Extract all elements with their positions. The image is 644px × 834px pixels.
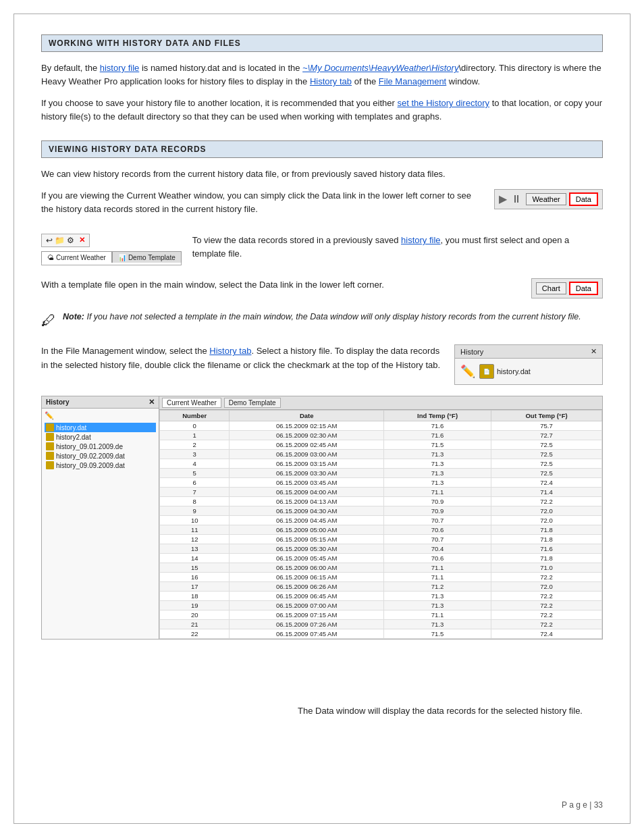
table-row[interactable]: 406.15.2009 03:15 AM71.372.5 — [160, 459, 602, 469]
file-management-link[interactable]: File Management — [379, 76, 446, 86]
chart-button[interactable]: Chart — [536, 282, 566, 294]
table-cell: 71.3 — [384, 620, 491, 629]
file-item[interactable]: history.dat — [45, 423, 156, 432]
table-cell: 8 — [160, 497, 230, 506]
table-cell: 06.15.2009 02:15 AM — [230, 421, 384, 431]
table-row[interactable]: 306.15.2009 03:00 AM71.372.5 — [160, 450, 602, 459]
table-row[interactable]: 106.15.2009 02:30 AM71.672.7 — [160, 431, 602, 440]
demo-template-tab[interactable]: 📊 Demo Template — [112, 251, 182, 263]
with-template-text: With a template file open in the main wi… — [41, 278, 520, 300]
file-item[interactable]: history_09.02.2009.dat — [45, 451, 156, 461]
table-cell: 2 — [160, 440, 230, 450]
data-button[interactable]: Data — [569, 192, 598, 206]
current-weather-tab[interactable]: 🌤 Current Weather — [41, 251, 112, 263]
table-row[interactable]: 606.15.2009 03:45 AM71.372.4 — [160, 478, 602, 488]
edit-icon: ✏️ — [460, 364, 475, 379]
table-cell: 06.15.2009 07:26 AM — [230, 620, 384, 629]
file-icon — [46, 461, 54, 469]
data-table-tabs: Current Weather Demo Template — [159, 396, 602, 410]
table-row[interactable]: 1006.15.2009 04:45 AM70.772.0 — [160, 516, 602, 525]
table-cell: 72.5 — [491, 469, 602, 478]
section-working-with-history: WORKING WITH HISTORY DATA AND FILES By d… — [41, 34, 603, 124]
table-cell: 71.2 — [384, 582, 491, 592]
table-row[interactable]: 1206.15.2009 05:15 AM70.771.8 — [160, 535, 602, 544]
file-item[interactable]: history2.dat — [45, 432, 156, 442]
file-icon — [46, 442, 54, 450]
table-cell: 72.2 — [491, 601, 602, 610]
table-row[interactable]: 1306.15.2009 05:30 AM70.471.6 — [160, 544, 602, 554]
table-cell: 70.7 — [384, 535, 491, 544]
table-cell: 72.2 — [491, 573, 602, 582]
data-tab-current-weather[interactable]: Current Weather — [162, 398, 221, 408]
section1-header: WORKING WITH HISTORY DATA AND FILES — [41, 34, 603, 52]
table-cell: 71.5 — [384, 440, 491, 450]
table-cell: 71.6 — [384, 431, 491, 440]
table-row[interactable]: 1806.15.2009 06:45 AM71.372.2 — [160, 592, 602, 601]
table-row[interactable]: 2106.15.2009 07:26 AM71.372.2 — [160, 620, 602, 629]
history-file-link2[interactable]: history file — [401, 235, 441, 245]
table-row[interactable]: 806.15.2009 04:13 AM70.972.2 — [160, 497, 602, 506]
history-file-link1[interactable]: history file — [100, 63, 140, 73]
table-cell: 71.1 — [384, 573, 491, 582]
table-row[interactable]: 1606.15.2009 06:15 AM71.172.2 — [160, 573, 602, 582]
file-item[interactable]: history_09.09.2009.dat — [45, 461, 156, 470]
close-btn[interactable]: ✕ — [79, 236, 85, 244]
table-row[interactable]: 506.15.2009 03:30 AM71.372.5 — [160, 469, 602, 478]
table-row[interactable]: 1106.15.2009 05:00 AM70.671.8 — [160, 525, 602, 535]
table-cell: 71.3 — [384, 469, 491, 478]
data-screenshot: History ✕ ✏️ history.dathistory2.dathist… — [41, 396, 603, 640]
table-cell: 72.2 — [491, 497, 602, 506]
table-cell: 72.0 — [491, 516, 602, 525]
note-icon: 🖊 — [41, 312, 56, 330]
table-cell: 11 — [160, 525, 230, 535]
table-cell: 06.15.2009 02:45 AM — [230, 440, 384, 450]
table-cell: 71.3 — [384, 601, 491, 610]
template-bar: ↩ 📁 ⚙ ✕ — [41, 234, 90, 247]
table-cell: 06.15.2009 05:00 AM — [230, 525, 384, 535]
table-row[interactable]: 906.15.2009 04:30 AM70.972.0 — [160, 506, 602, 516]
history-file-entry: 📄 history.dat — [479, 364, 531, 379]
table-row[interactable]: 1506.15.2009 06:00 AM71.171.0 — [160, 563, 602, 573]
table-row[interactable]: 2206.15.2009 07:45 AM71.572.4 — [160, 629, 602, 639]
table-cell: 70.6 — [384, 525, 491, 535]
table-cell: 06.15.2009 03:00 AM — [230, 450, 384, 459]
back-icon: ↩ — [46, 236, 53, 245]
bottom-content: The Data window will display the data re… — [41, 650, 603, 726]
template-bar-widget: ↩ 📁 ⚙ ✕ 🌤 Current Weather 📊 — [41, 234, 182, 265]
section1-para1: By default, the history file is named hi… — [41, 61, 603, 88]
file-item[interactable]: history_09.01.2009.de — [45, 442, 156, 451]
set-history-directory-link[interactable]: set the History directory — [398, 98, 490, 108]
table-header: Date — [230, 411, 384, 421]
pencil-icon: ✏️ — [45, 411, 54, 420]
history-tab-link2[interactable]: History tab — [209, 346, 251, 356]
table-cell: 72.5 — [491, 450, 602, 459]
history-manager-block: In the File Management window, select th… — [41, 344, 603, 385]
weather-button[interactable]: Weather — [526, 193, 566, 205]
template-open-text: To view the data records stored in a pre… — [192, 234, 603, 269]
table-cell: 71.1 — [384, 610, 491, 620]
table-row[interactable]: 1906.15.2009 07:00 AM71.372.2 — [160, 601, 602, 610]
table-row[interactable]: 206.15.2009 02:45 AM71.572.5 — [160, 440, 602, 450]
settings-icon: ⚙ — [67, 236, 74, 245]
table-cell: 21 — [160, 620, 230, 629]
history-tab-link[interactable]: History tab — [310, 76, 352, 86]
table-cell: 72.5 — [491, 459, 602, 469]
table-cell: 06.15.2009 07:00 AM — [230, 601, 384, 610]
history-close-btn[interactable]: ✕ — [591, 347, 597, 356]
table-row[interactable]: 1406.15.2009 05:45 AM70.671.8 — [160, 554, 602, 563]
table-row[interactable]: 006.15.2009 02:15 AM71.675.7 — [160, 421, 602, 431]
data-tab-demo-template[interactable]: Demo Template — [224, 398, 281, 408]
table-cell: 71.8 — [491, 554, 602, 563]
section-viewing-history: VIEWING HISTORY DATA RECORDS We can view… — [41, 140, 603, 727]
table-row[interactable]: 1706.15.2009 06:26 AM71.272.0 — [160, 582, 602, 592]
table-cell: 72.4 — [491, 478, 602, 488]
table-row[interactable]: 706.15.2009 04:00 AM71.171.4 — [160, 488, 602, 497]
data-button2[interactable]: Data — [569, 282, 598, 295]
table-cell: 71.8 — [491, 525, 602, 535]
file-list-close[interactable]: ✕ — [149, 398, 155, 407]
tabs-bar: 🌤 Current Weather 📊 Demo Template — [41, 251, 182, 263]
table-row[interactable]: 2006.15.2009 07:15 AM71.172.2 — [160, 610, 602, 620]
file-list-body: ✏️ history.dathistory2.dathistory_09.01.… — [42, 409, 159, 473]
table-cell: 06.15.2009 04:45 AM — [230, 516, 384, 525]
table-cell: 10 — [160, 516, 230, 525]
